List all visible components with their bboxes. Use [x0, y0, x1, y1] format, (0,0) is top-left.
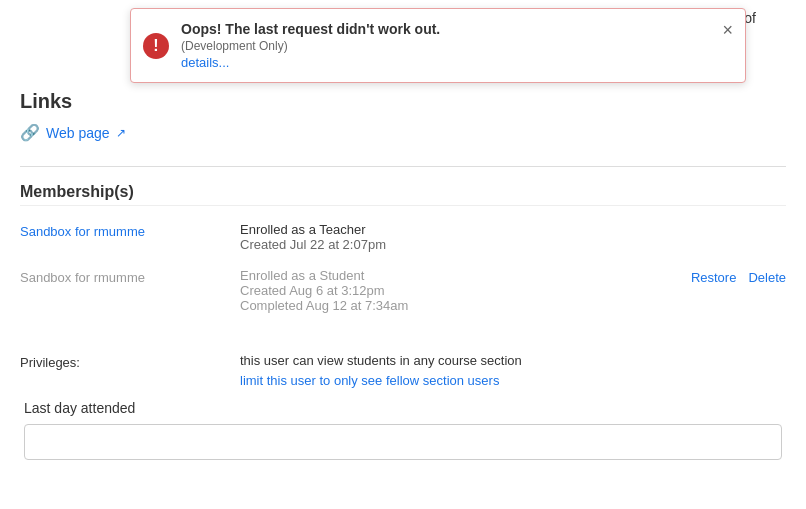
error-title: Oops! The last request didn't work out.: [181, 21, 705, 37]
delete-link[interactable]: Delete: [748, 270, 786, 285]
web-page-link[interactable]: 🔗 Web page ↗: [20, 123, 786, 142]
membership-details-1: Enrolled as a Teacher Created Jul 22 at …: [240, 222, 786, 252]
membership-row-student: Sandbox for rmumme Enrolled as a Student…: [20, 264, 786, 317]
privileges-limit-link[interactable]: limit this user to only see fellow secti…: [240, 373, 499, 388]
membership-sandbox-label-1[interactable]: Sandbox for rmumme: [20, 222, 240, 239]
last-day-section: Last day attended: [20, 400, 786, 460]
links-heading: Links: [20, 90, 786, 113]
restore-link[interactable]: Restore: [691, 270, 737, 285]
error-banner: ! Oops! The last request didn't work out…: [130, 8, 746, 83]
membership-role-1: Enrolled as a Teacher: [240, 222, 786, 237]
membership-created-2: Created Aug 6 at 3:12pm: [240, 283, 691, 298]
external-link-icon: ↗: [116, 126, 126, 140]
web-page-label: Web page: [46, 125, 110, 141]
error-icon: !: [143, 33, 169, 59]
last-day-label: Last day attended: [20, 400, 786, 416]
membership-completed-2: Completed Aug 12 at 7:34am: [240, 298, 691, 313]
link-icon: 🔗: [20, 123, 40, 142]
membership-created-1: Created Jul 22 at 2:07pm: [240, 237, 786, 252]
close-button[interactable]: ×: [722, 21, 733, 39]
memberships-heading: Membership(s): [20, 183, 786, 206]
privileges-view-text: this user can view students in any cours…: [240, 353, 786, 368]
membership-actions-2: Restore Delete: [691, 268, 786, 285]
membership-role-2: Enrolled as a Student: [240, 268, 691, 283]
error-details-link[interactable]: details...: [181, 55, 705, 70]
divider: [20, 166, 786, 167]
membership-row-teacher: Sandbox for rmumme Enrolled as a Teacher…: [20, 218, 786, 256]
last-day-input[interactable]: [24, 424, 782, 460]
error-subtitle: (Development Only): [181, 39, 705, 53]
memberships-section: Membership(s) Sandbox for rmumme Enrolle…: [20, 183, 786, 341]
privileges-label: Privileges:: [20, 353, 240, 370]
membership-details-2: Enrolled as a Student Created Aug 6 at 3…: [240, 268, 691, 313]
membership-sandbox-label-2[interactable]: Sandbox for rmumme: [20, 268, 240, 285]
privileges-row: Privileges: this user can view students …: [20, 353, 786, 388]
links-section: Links 🔗 Web page ↗: [20, 90, 786, 142]
privileges-content: this user can view students in any cours…: [240, 353, 786, 388]
